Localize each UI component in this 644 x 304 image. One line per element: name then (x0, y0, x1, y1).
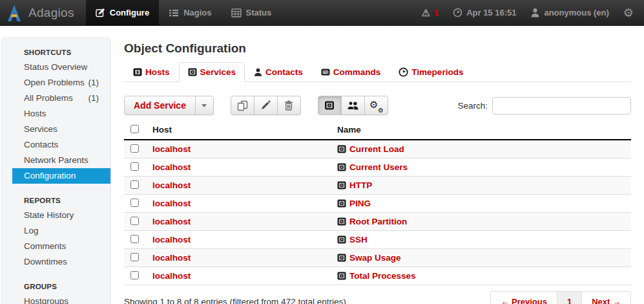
settings-view-button[interactable]: ⚙⚙ (364, 96, 388, 115)
nav-item-label: Configure (110, 8, 149, 17)
service-link[interactable]: PING (349, 199, 371, 208)
service-icon (337, 235, 346, 244)
sidebar-item-state-history[interactable]: State History (12, 208, 110, 223)
table-row: localhost Current Users (124, 158, 631, 177)
nav-item-label: Nagios (183, 8, 211, 17)
row-checkbox[interactable] (130, 144, 139, 153)
search-input[interactable] (492, 97, 631, 114)
row-checkbox[interactable] (130, 253, 139, 261)
sidebar-item-comments[interactable]: Comments (12, 239, 110, 254)
entries-info: Showing 1 to 8 of 8 entries (filtered fr… (124, 297, 346, 304)
datetime-indicator[interactable]: Apr 15 16:51 (453, 8, 516, 17)
datetime-label: Apr 15 16:51 (466, 8, 516, 17)
service-link[interactable]: SSH (349, 235, 368, 244)
delete-button[interactable] (277, 96, 301, 115)
sidebar-item-contacts[interactable]: Contacts (12, 137, 110, 153)
people-icon (347, 101, 359, 110)
service-link[interactable]: Swap Usage (349, 253, 401, 263)
sidebar-item-open-problems[interactable]: Open Problems(1) (12, 75, 110, 91)
host-icon (133, 68, 142, 76)
row-checkbox[interactable] (130, 271, 139, 279)
alerts-indicator[interactable]: ⚠ 1 (421, 8, 439, 17)
table-row: localhost PING (124, 195, 631, 213)
sidebar-section-shortcuts: SHORTCUTS Status Overview Open Problems(… (2, 45, 110, 184)
settings-gear-icon[interactable]: ⚙ (623, 7, 634, 19)
host-link[interactable]: localhost (152, 217, 191, 226)
row-checkbox[interactable] (130, 162, 139, 171)
host-link[interactable]: localhost (152, 162, 191, 172)
tab-services[interactable]: Services (179, 62, 245, 82)
sidebar-item-hostgroups[interactable]: Hostgroups (12, 294, 110, 304)
tab-commands[interactable]: Commands (312, 62, 390, 82)
sidebar-section-reports: REPORTS State History Log Comments Downt… (2, 193, 110, 270)
sidebar-section-title: REPORTS (2, 193, 110, 208)
service-link[interactable]: Current Users (349, 162, 408, 172)
nav-item-status[interactable]: Status (222, 0, 282, 25)
contacts-view-button[interactable] (341, 96, 365, 115)
main-content: Object Configuration Hosts (124, 36, 631, 304)
sidebar-item-label: Network Parents (24, 155, 88, 166)
service-link[interactable]: Current Load (349, 144, 404, 154)
add-service-dropdown-button[interactable] (195, 96, 214, 115)
service-link[interactable]: Root Partition (349, 217, 407, 226)
sidebar-item-downtimes[interactable]: Downtimes (12, 254, 110, 270)
sidebar-item-services[interactable]: Services (12, 122, 110, 137)
host-link[interactable]: localhost (152, 199, 191, 208)
person-icon (530, 8, 540, 17)
service-icon (337, 254, 346, 262)
sidebar-item-configuration[interactable]: Configuration (12, 168, 110, 184)
edit-button[interactable] (254, 96, 278, 115)
sidebar-item-network-parents[interactable]: Network Parents (12, 153, 110, 168)
person-icon (254, 68, 262, 76)
select-all-checkbox[interactable] (130, 125, 139, 133)
sidebar-item-status-overview[interactable]: Status Overview (12, 60, 110, 75)
service-link[interactable]: HTTP (349, 180, 372, 190)
page-number-button[interactable]: 1 (557, 291, 582, 304)
warning-icon: ⚠ (421, 8, 430, 17)
sidebar-item-hosts[interactable]: Hosts (12, 106, 110, 122)
services-view-button[interactable] (318, 96, 342, 115)
next-page-button[interactable]: Next → (581, 291, 631, 304)
top-navbar: Adagios Configure Nagios (0, 0, 644, 26)
row-checkbox[interactable] (130, 199, 139, 207)
row-checkbox[interactable] (130, 217, 139, 225)
copy-button[interactable] (231, 96, 254, 115)
table-header-row: Host Name (124, 120, 631, 140)
brand[interactable]: Adagios (0, 0, 86, 25)
view-toggle-group: ⚙⚙ (318, 96, 388, 115)
sidebar-section-groups: GROUPS Hostgroups (2, 279, 110, 304)
service-link[interactable]: Total Processes (349, 271, 416, 281)
previous-page-button[interactable]: ← Previous (490, 291, 557, 304)
item-count-badge: (1) (88, 78, 99, 88)
edit-actions-group (231, 96, 301, 115)
column-header-name: Name (332, 120, 631, 140)
host-link[interactable]: localhost (152, 235, 191, 244)
nav-item-configure[interactable]: Configure (86, 0, 159, 25)
table-row: localhost Current Load (124, 140, 631, 158)
nav-item-nagios[interactable]: Nagios (159, 0, 221, 25)
adagios-logo-icon (6, 4, 23, 22)
search-label: Search: (457, 101, 488, 111)
clock-icon (453, 8, 462, 17)
add-service-button[interactable]: Add Service (124, 96, 196, 115)
host-link[interactable]: localhost (152, 180, 191, 190)
sidebar-item-label: Comments (24, 241, 66, 252)
user-menu[interactable]: anonymous (en) (530, 8, 608, 17)
row-checkbox[interactable] (130, 180, 139, 189)
chevron-down-icon (202, 104, 207, 107)
host-link[interactable]: localhost (152, 144, 191, 154)
host-link[interactable]: localhost (152, 253, 191, 263)
toolbar: Add Service (124, 96, 631, 115)
sidebar-item-label: Status Overview (24, 62, 87, 72)
search-box: Search: (457, 97, 631, 114)
tab-hosts[interactable]: Hosts (124, 62, 179, 82)
tab-label: Timeperiods (411, 67, 463, 77)
sidebar-item-label: Services (24, 124, 57, 135)
sidebar-item-log[interactable]: Log (12, 223, 110, 239)
sidebar-item-all-problems[interactable]: All Problems(1) (12, 91, 110, 106)
tab-contacts[interactable]: Contacts (245, 62, 312, 82)
tab-timeperiods[interactable]: Timeperiods (390, 62, 472, 82)
alerts-count: 1 (434, 8, 439, 17)
host-link[interactable]: localhost (152, 271, 191, 281)
row-checkbox[interactable] (130, 235, 139, 243)
